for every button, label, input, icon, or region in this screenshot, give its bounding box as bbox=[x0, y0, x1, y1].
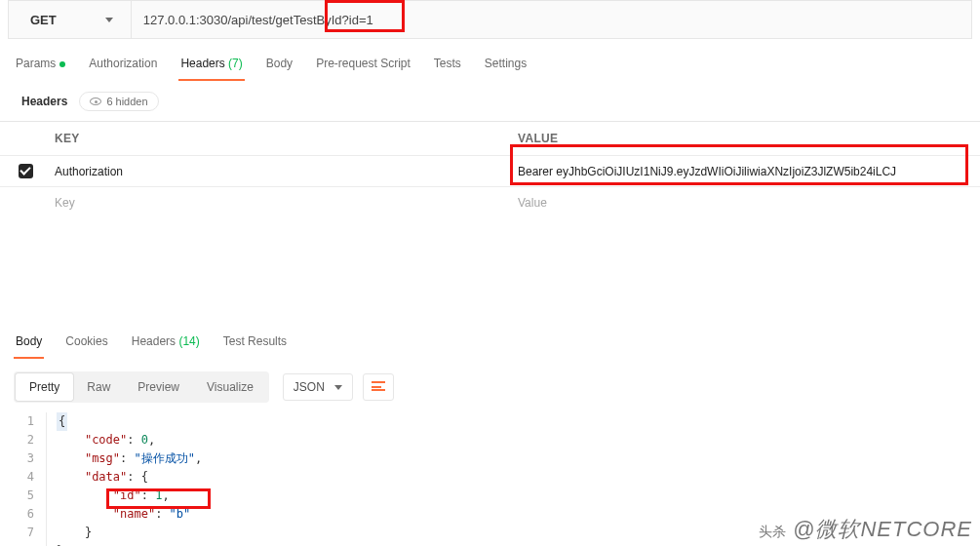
tab-params[interactable]: Params bbox=[14, 57, 67, 80]
tab-settings[interactable]: Settings bbox=[483, 57, 529, 80]
chevron-down-icon bbox=[334, 385, 342, 390]
request-tabs: Params Authorization Headers (7) Body Pr… bbox=[0, 39, 980, 80]
url-input[interactable] bbox=[132, 1, 971, 38]
table-row-empty[interactable]: Key Value bbox=[0, 186, 980, 217]
col-key: KEY bbox=[51, 122, 514, 155]
col-value: VALUE bbox=[514, 122, 980, 155]
row-checkbox[interactable] bbox=[19, 164, 33, 178]
header-key-cell[interactable]: Authorization bbox=[51, 157, 514, 186]
code-line: "data": { bbox=[57, 468, 148, 487]
view-visualize[interactable]: Visualize bbox=[193, 373, 267, 401]
active-dot-icon bbox=[59, 61, 65, 67]
code-line: "msg": "操作成功", bbox=[57, 449, 202, 468]
header-value-input[interactable]: Value bbox=[514, 188, 980, 217]
code-line: "name": "b" bbox=[57, 505, 190, 524]
hidden-headers-toggle[interactable]: 6 hidden bbox=[79, 92, 158, 111]
resp-tab-headers[interactable]: Headers (14) bbox=[130, 334, 202, 358]
headers-title: Headers bbox=[21, 95, 67, 108]
headers-subheader: Headers 6 hidden bbox=[0, 80, 980, 121]
code-line: "code": 0, bbox=[57, 431, 155, 449]
tab-prerequest[interactable]: Pre-request Script bbox=[314, 57, 412, 80]
tab-authorization[interactable]: Authorization bbox=[87, 57, 159, 80]
tab-tests[interactable]: Tests bbox=[432, 57, 463, 80]
resp-tab-body[interactable]: Body bbox=[14, 334, 44, 358]
request-url-bar: GET bbox=[8, 0, 972, 39]
tab-headers[interactable]: Headers (7) bbox=[178, 57, 244, 80]
format-select[interactable]: JSON bbox=[283, 373, 353, 401]
headers-table: KEY VALUE Authorization Bearer eyJhbGciO… bbox=[0, 121, 980, 217]
table-row[interactable]: Authorization Bearer eyJhbGciOiJIUzI1NiJ… bbox=[0, 155, 980, 186]
resp-tab-cookies[interactable]: Cookies bbox=[63, 334, 109, 358]
http-method-label: GET bbox=[30, 13, 57, 27]
tab-body[interactable]: Body bbox=[264, 57, 294, 80]
code-line: { bbox=[57, 412, 67, 431]
eye-icon bbox=[90, 98, 101, 105]
view-preview[interactable]: Preview bbox=[124, 373, 193, 401]
code-line: "id": 1, bbox=[57, 487, 170, 505]
response-view-bar: Pretty Raw Preview Visualize JSON bbox=[0, 358, 980, 409]
wrap-icon bbox=[372, 381, 385, 391]
table-header-row: KEY VALUE bbox=[0, 122, 980, 155]
http-method-select[interactable]: GET bbox=[9, 1, 132, 38]
code-line: } bbox=[57, 542, 63, 546]
view-mode-group: Pretty Raw Preview Visualize bbox=[14, 371, 269, 403]
chevron-down-icon bbox=[105, 18, 113, 22]
resp-tab-test-results[interactable]: Test Results bbox=[221, 334, 289, 358]
watermark: 头杀 @微软NETCORE bbox=[759, 515, 972, 544]
view-pretty[interactable]: Pretty bbox=[16, 373, 73, 401]
view-raw[interactable]: Raw bbox=[73, 373, 124, 401]
header-value-cell[interactable]: Bearer eyJhbGciOiJIUzI1NiJ9.eyJzdWIiOiJi… bbox=[514, 157, 980, 186]
code-line: } bbox=[57, 524, 92, 542]
response-tabs: Body Cookies Headers (14) Test Results bbox=[0, 334, 980, 358]
wrap-toggle[interactable] bbox=[363, 373, 394, 401]
header-key-input[interactable]: Key bbox=[51, 188, 514, 217]
